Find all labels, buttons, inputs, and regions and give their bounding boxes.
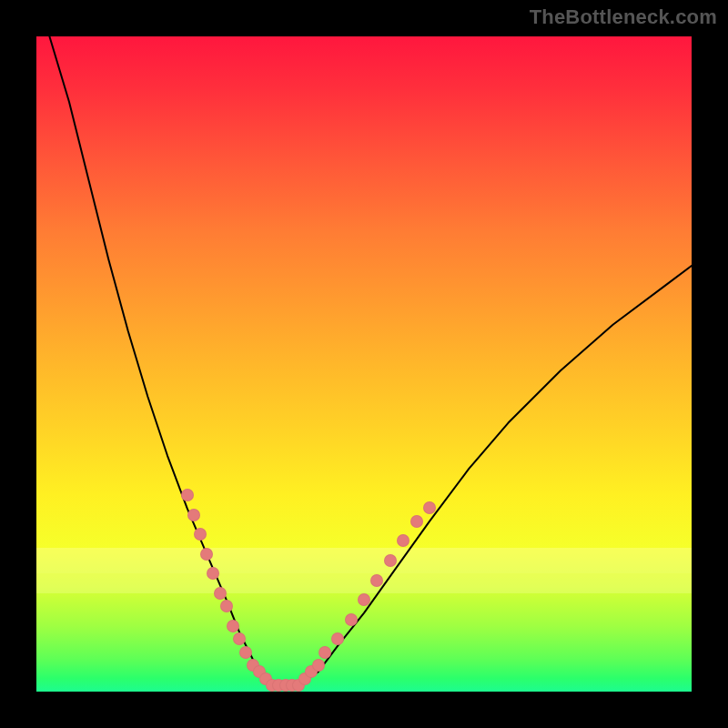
data-point [194, 528, 207, 541]
data-point [214, 587, 227, 600]
plot-area [36, 36, 692, 692]
data-point [397, 534, 410, 547]
stage: TheBottleneck.com [0, 0, 728, 728]
watermark-text: TheBottleneck.com [530, 5, 717, 29]
data-point [239, 646, 252, 659]
data-point [181, 489, 194, 501]
data-point [312, 659, 325, 672]
data-point [358, 593, 370, 606]
data-point [410, 515, 423, 528]
data-point [207, 567, 219, 580]
data-point [318, 646, 331, 659]
data-point [233, 632, 246, 645]
data-point [423, 501, 436, 514]
data-point [200, 548, 213, 561]
data-point [227, 620, 239, 632]
data-point [345, 613, 358, 626]
data-point [370, 574, 383, 587]
data-point [187, 509, 200, 521]
data-point [220, 600, 233, 612]
data-point [384, 554, 397, 567]
data-point [331, 632, 344, 645]
data-points-layer [36, 36, 692, 692]
